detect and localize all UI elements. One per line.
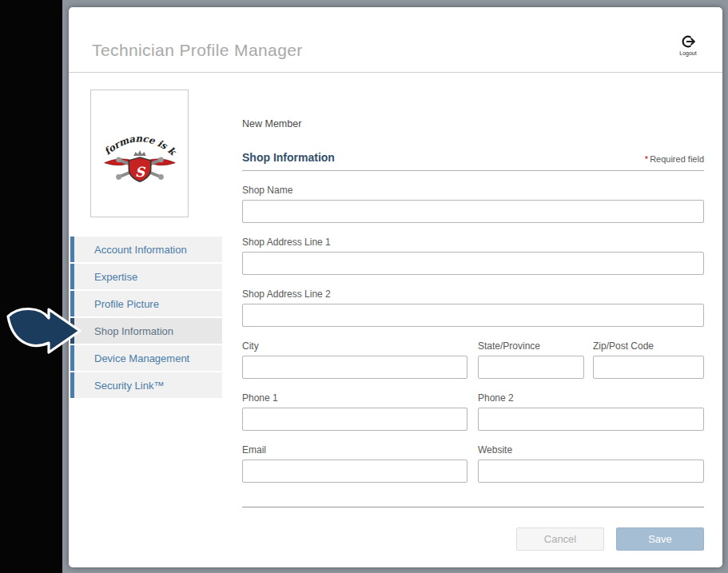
required-asterisk: * [645, 154, 648, 164]
city-input[interactable] [242, 356, 467, 379]
sidebar-item-account-information[interactable]: Account Information [70, 237, 222, 262]
shop-logo-image: performance is king S [97, 121, 183, 185]
logout-label: Logout [673, 50, 703, 56]
website-input[interactable] [478, 460, 704, 483]
logo-arc-text: performance is king [97, 121, 179, 158]
sidebar-item-shop-information[interactable]: Shop Information [70, 318, 222, 344]
phone2-label: Phone 2 [478, 392, 704, 404]
window-header: Technician Profile Manager Logout [69, 7, 722, 73]
member-status-text: New Member [242, 118, 704, 129]
email-label: Email [242, 444, 467, 456]
technician-profile-manager-window: Technician Profile Manager Logout perfor… [69, 7, 722, 567]
sidebar-item-label: Profile Picture [94, 298, 159, 310]
required-label: Required field [650, 154, 704, 164]
zip-post-code-label: Zip/Post Code [593, 340, 704, 352]
phone1-input[interactable] [242, 408, 467, 431]
logo-shield-letter: S [134, 164, 145, 180]
sidebar-nav: Account Information Expertise Profile Pi… [70, 237, 222, 400]
page-title: Technician Profile Manager [92, 41, 303, 60]
shop-name-input[interactable] [242, 200, 704, 223]
sidebar-item-label: Expertise [94, 271, 137, 283]
annotation-arrow-icon [2, 304, 83, 358]
shop-address-line2-input[interactable] [242, 304, 704, 327]
city-label: City [242, 340, 467, 352]
save-button[interactable]: Save [616, 527, 704, 551]
shop-address-line2-label: Shop Address Line 2 [242, 288, 704, 300]
section-header: Shop Information *Required field [242, 151, 704, 171]
shop-address-line1-input[interactable] [242, 252, 704, 275]
cancel-button[interactable]: Cancel [516, 527, 604, 551]
sidebar-item-profile-picture[interactable]: Profile Picture [70, 291, 222, 316]
phone2-input[interactable] [478, 408, 704, 431]
sidebar-item-security-link[interactable]: Security Link™ [70, 372, 222, 398]
section-title: Shop Information [242, 151, 335, 164]
shop-name-label: Shop Name [242, 185, 704, 196]
sidebar-item-label: Account Information [94, 244, 187, 256]
state-province-label: State/Province [478, 340, 584, 352]
required-field-note: *Required field [645, 154, 704, 164]
state-province-input[interactable] [478, 356, 584, 379]
email-input[interactable] [242, 460, 467, 483]
logout-button[interactable]: Logout [673, 34, 703, 56]
actions-divider [242, 507, 704, 507]
website-label: Website [478, 444, 704, 456]
form-actions: Cancel Save [242, 527, 704, 551]
shop-information-form: New Member Shop Information *Required fi… [242, 118, 704, 551]
zip-post-code-input[interactable] [593, 356, 704, 379]
sidebar-item-expertise[interactable]: Expertise [70, 264, 222, 289]
sidebar-item-label: Security Link™ [94, 380, 164, 392]
sidebar-item-device-management[interactable]: Device Management [70, 345, 222, 371]
logout-icon [680, 34, 696, 50]
shop-address-line1-label: Shop Address Line 1 [242, 237, 704, 248]
profile-picture: performance is king S [90, 90, 189, 217]
sidebar-item-label: Device Management [94, 352, 189, 364]
page-left-dark-region [0, 0, 62, 573]
sidebar-item-label: Shop Information [94, 325, 173, 337]
phone1-label: Phone 1 [242, 392, 467, 404]
svg-text:performance is king: performance is king [97, 121, 179, 158]
